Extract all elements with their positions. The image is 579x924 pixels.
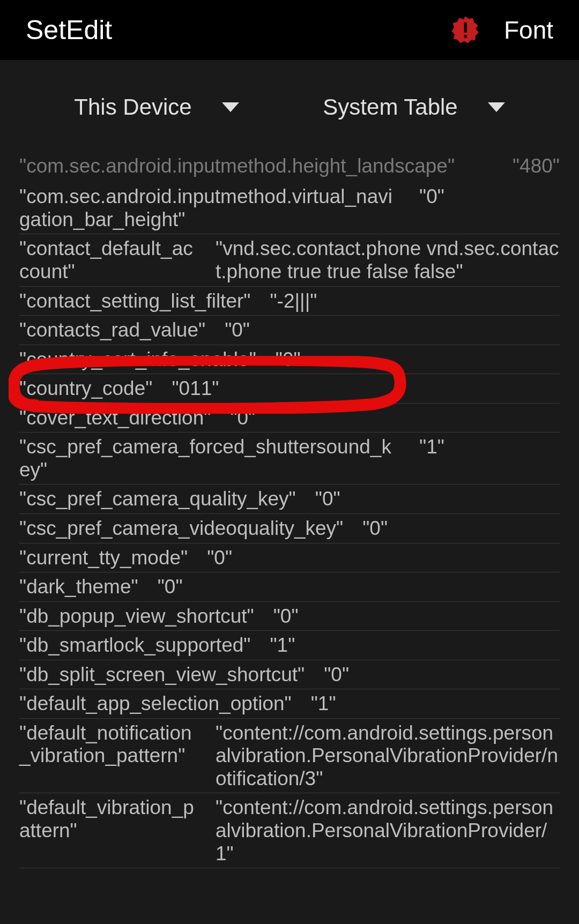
row-value: "011"	[172, 377, 560, 400]
table-row[interactable]: "default_vibration_pattern""content://co…	[19, 793, 560, 868]
row-value: "0"	[315, 488, 560, 511]
row-value: "vnd.sec.contact.phone vnd.sec.contact.p…	[216, 237, 560, 283]
svg-rect-0	[464, 23, 467, 33]
app-title: SetEdit	[26, 14, 112, 46]
row-key: "default_vibration_pattern"	[19, 796, 196, 865]
row-key: "contact_default_account"	[19, 237, 196, 283]
row-value: "480"	[513, 154, 560, 178]
chevron-down-icon	[222, 102, 239, 112]
table-row[interactable]: "csc_pref_camera_quality_key""0"	[19, 485, 560, 514]
row-key: "default_app_selection_option"	[19, 692, 292, 716]
svg-rect-1	[464, 35, 467, 38]
table-row[interactable]: "com.sec.android.inputmethod.virtual_nav…	[19, 182, 560, 234]
row-key: "com.sec.android.inputmethod.height_land…	[19, 154, 500, 178]
row-value: "1"	[270, 634, 560, 657]
table-row[interactable]: "contact_setting_list_filter""-2|||"	[19, 287, 560, 316]
content-area: This Device System Table "com.sec.androi…	[0, 60, 579, 924]
row-key: "db_smartlock_supported"	[19, 634, 250, 657]
row-value: "0"	[158, 576, 560, 599]
table-row[interactable]: "db_popup_view_shortcut""0"	[19, 602, 560, 631]
table-row[interactable]: "contact_default_account""vnd.sec.contac…	[19, 234, 560, 286]
settings-list[interactable]: "com.sec.android.inputmethod.height_land…	[0, 154, 579, 868]
table-row[interactable]: "csc_pref_camera_forced_shuttersound_key…	[19, 433, 560, 485]
row-key: "country_cert_info_enable"	[19, 348, 256, 371]
filter-bar: This Device System Table	[0, 60, 579, 154]
table-row[interactable]: "db_split_screen_view_shortcut""0"	[19, 660, 560, 690]
row-value: "1"	[311, 692, 560, 716]
font-button[interactable]: Font	[504, 16, 553, 44]
chevron-down-icon	[488, 102, 505, 112]
table-row-partial[interactable]: "com.sec.android.inputmethod.height_land…	[19, 154, 560, 182]
row-value: "1"	[419, 436, 560, 481]
row-key: "default_notification_vibration_pattern"	[19, 722, 196, 791]
table-row[interactable]: "default_notification_vibration_pattern"…	[19, 719, 560, 794]
row-key: "cover_text_direction"	[19, 407, 211, 430]
row-value: "0"	[225, 319, 560, 342]
row-value: "-2|||"	[270, 290, 560, 313]
row-key: "csc_pref_camera_quality_key"	[19, 488, 296, 511]
header-actions: Font	[450, 15, 553, 45]
app-header: SetEdit Font	[0, 0, 579, 60]
row-key: "dark_theme"	[19, 576, 138, 599]
table-row[interactable]: "current_tty_mode""0"	[19, 543, 560, 573]
row-value: "0"	[207, 547, 560, 570]
row-value: "0"	[362, 517, 560, 540]
row-key: "csc_pref_camera_forced_shuttersound_key…	[19, 436, 400, 481]
warning-badge-icon[interactable]	[450, 15, 480, 45]
table-row[interactable]: "dark_theme""0"	[19, 572, 560, 602]
row-value: "0"	[230, 407, 560, 430]
row-key: "com.sec.android.inputmethod.virtual_nav…	[19, 185, 400, 231]
table-dropdown[interactable]: System Table	[323, 94, 504, 120]
table-row[interactable]: "contacts_rad_value""0"	[19, 316, 560, 345]
row-key: "country_code"	[19, 377, 152, 400]
table-row[interactable]: "default_app_selection_option""1"	[19, 689, 560, 719]
device-dropdown[interactable]: This Device	[74, 94, 239, 120]
row-value: "content://com.android.settings.personal…	[216, 796, 560, 865]
row-value: "content://com.android.settings.personal…	[216, 722, 560, 791]
row-value: "0"	[419, 185, 560, 231]
row-key: "db_popup_view_shortcut"	[19, 605, 254, 628]
table-row[interactable]: "db_smartlock_supported""1"	[19, 631, 560, 660]
row-value: "0"	[324, 664, 560, 687]
table-row[interactable]: "csc_pref_camera_videoquality_key""0"	[19, 514, 560, 543]
device-dropdown-label: This Device	[74, 94, 191, 120]
row-key: "current_tty_mode"	[19, 547, 188, 570]
row-key: "contacts_rad_value"	[19, 319, 205, 342]
table-row[interactable]: "cover_text_direction""0"	[19, 404, 560, 433]
row-value: "0"	[273, 605, 560, 628]
table-row[interactable]: "country_cert_info_enable""0"	[19, 345, 560, 375]
table-row[interactable]: "country_code""011"	[19, 374, 560, 404]
row-key: "contact_setting_list_filter"	[19, 290, 250, 313]
row-key: "db_split_screen_view_shortcut"	[19, 664, 305, 687]
row-value: "0"	[276, 348, 560, 371]
row-key: "csc_pref_camera_videoquality_key"	[19, 517, 343, 540]
table-dropdown-label: System Table	[323, 94, 457, 120]
